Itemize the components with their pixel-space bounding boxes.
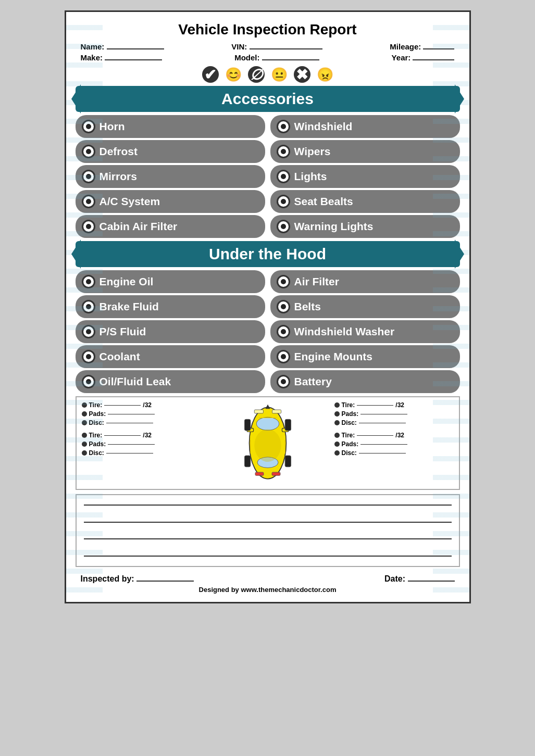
model-label: Model: [234, 53, 319, 62]
engine-oil-status-circle[interactable] [82, 275, 95, 288]
belts-label: Belts [294, 300, 321, 313]
vin-field[interactable] [250, 48, 322, 49]
fl-disc-value[interactable] [106, 423, 153, 423]
lights-label: Lights [294, 170, 327, 183]
air-filter-status-circle[interactable] [277, 275, 290, 288]
rl-disc-value[interactable] [106, 453, 153, 453]
fair-icon: ∅ [248, 66, 265, 83]
legend-row: ✔ 😊 ∅ 😐 ✖ 😠 [76, 66, 460, 83]
rr-pads-dot [334, 442, 340, 447]
notes-line-3[interactable] [84, 538, 452, 539]
windshield-status-circle[interactable] [277, 120, 290, 133]
defrost-label: Defrost [99, 145, 138, 158]
svg-rect-14 [285, 419, 291, 431]
year-field[interactable] [413, 59, 454, 60]
accessories-horn: Horn [76, 115, 265, 138]
brake-fluid-status-circle[interactable] [82, 300, 95, 313]
svg-rect-13 [244, 419, 250, 431]
svg-marker-17 [265, 405, 270, 409]
rr-tire: Tire: /32 [334, 432, 454, 439]
wipers-status-circle[interactable] [277, 145, 290, 158]
ps-fluid-label: P/S Fluid [99, 325, 146, 338]
fr-disc-value[interactable] [359, 423, 406, 423]
accessories-seat-belts: Seat Bealts [270, 190, 460, 213]
cabin-air-filter-label: Cabin Air Filter [99, 220, 178, 233]
car-image-center [210, 397, 325, 489]
header-row-2: Make: Model: Year: [76, 53, 460, 62]
svg-rect-15 [244, 456, 250, 467]
fl-tire-value[interactable] [104, 405, 141, 406]
designed-by: Designed by www.themechanicdoctor.com [76, 586, 460, 596]
inspected-by-label: Inspected by: [81, 574, 134, 583]
rr-tire-value[interactable] [357, 435, 393, 436]
fr-pads-value[interactable] [360, 414, 407, 414]
make-field[interactable] [105, 59, 162, 60]
svg-point-1 [256, 417, 279, 430]
lights-status-circle[interactable] [277, 170, 290, 183]
date-field[interactable] [408, 581, 455, 582]
notes-line-2[interactable] [84, 522, 452, 523]
wipers-label: Wipers [294, 145, 331, 158]
battery-label: Battery [294, 375, 332, 388]
belts-status-circle[interactable] [277, 300, 290, 313]
mileage-label: Mileage: [390, 42, 454, 51]
mirrors-status-circle[interactable] [82, 170, 95, 183]
fl-tire: Tire: /32 [82, 401, 201, 409]
battery-status-circle[interactable] [277, 375, 290, 388]
right-tires: Tire: /32 Pads: Disc: T [329, 397, 459, 489]
seat-belts-status-circle[interactable] [277, 195, 290, 208]
fl-pads-dot [82, 411, 87, 417]
horn-status-circle[interactable] [82, 120, 95, 133]
page-title: Vehicle Inspection Report [76, 21, 460, 38]
fl-disc: Disc: [82, 419, 201, 426]
header-row-1: Name: VIN: Mileage: [76, 42, 460, 51]
rr-disc-value[interactable] [359, 453, 406, 453]
model-field[interactable] [262, 59, 319, 60]
svg-rect-9 [272, 472, 280, 475]
accessories-warning-lights: Warning Lights [270, 215, 460, 238]
front-right-tire-group: Tire: /32 Pads: Disc: [334, 401, 454, 426]
fl-tire-dot [82, 402, 87, 408]
ps-fluid-status-circle[interactable] [82, 325, 95, 338]
inspected-by-section: Inspected by: [81, 574, 194, 584]
vehicle-inspection-report: Vehicle Inspection Report Name: VIN: Mil… [65, 10, 471, 603]
rr-pads-value[interactable] [360, 444, 407, 445]
cabin-air-filter-status-circle[interactable] [82, 220, 95, 233]
hood-engine-mounts: Engine Mounts [270, 345, 460, 368]
rl-tire-value[interactable] [104, 435, 141, 436]
hood-brake-fluid: Brake Fluid [76, 295, 265, 318]
tire-section: Tire: /32 Pads: Disc: T [76, 396, 460, 490]
name-field[interactable] [107, 48, 164, 49]
ac-status-circle[interactable] [82, 195, 95, 208]
mileage-field[interactable] [423, 48, 454, 49]
hood-ps-fluid: P/S Fluid [76, 320, 265, 343]
fr-pads-dot [334, 411, 340, 417]
oil-fluid-leak-status-circle[interactable] [82, 375, 95, 388]
engine-mounts-status-circle[interactable] [277, 350, 290, 363]
rl-disc: Disc: [82, 449, 201, 457]
fr-tire-value[interactable] [357, 405, 393, 406]
fr-pads: Pads: [334, 410, 454, 418]
inspected-by-field[interactable] [136, 581, 194, 582]
year-label: Year: [392, 53, 455, 62]
footer: Inspected by: Date: [76, 571, 460, 586]
fl-disc-dot [82, 420, 87, 425]
mirrors-label: Mirrors [99, 170, 137, 183]
hood-windshield-washer: Windshield Washer [270, 320, 460, 343]
notes-line-4[interactable] [84, 556, 452, 557]
accessories-lights: Lights [270, 165, 460, 188]
make-label: Make: [81, 53, 163, 62]
rl-pads-value[interactable] [108, 444, 155, 445]
fl-pads-value[interactable] [108, 414, 155, 414]
rr-pads: Pads: [334, 440, 454, 448]
svg-rect-16 [285, 456, 291, 467]
windshield-washer-status-circle[interactable] [277, 325, 290, 338]
defrost-status-circle[interactable] [82, 145, 95, 158]
warning-lights-status-circle[interactable] [277, 220, 290, 233]
coolant-status-circle[interactable] [82, 350, 95, 363]
svg-rect-8 [255, 472, 264, 475]
notes-line-1[interactable] [84, 505, 452, 506]
svg-point-12 [254, 429, 281, 462]
smiley-good-icon: 😊 [225, 67, 242, 83]
hood-coolant: Coolant [76, 345, 265, 368]
